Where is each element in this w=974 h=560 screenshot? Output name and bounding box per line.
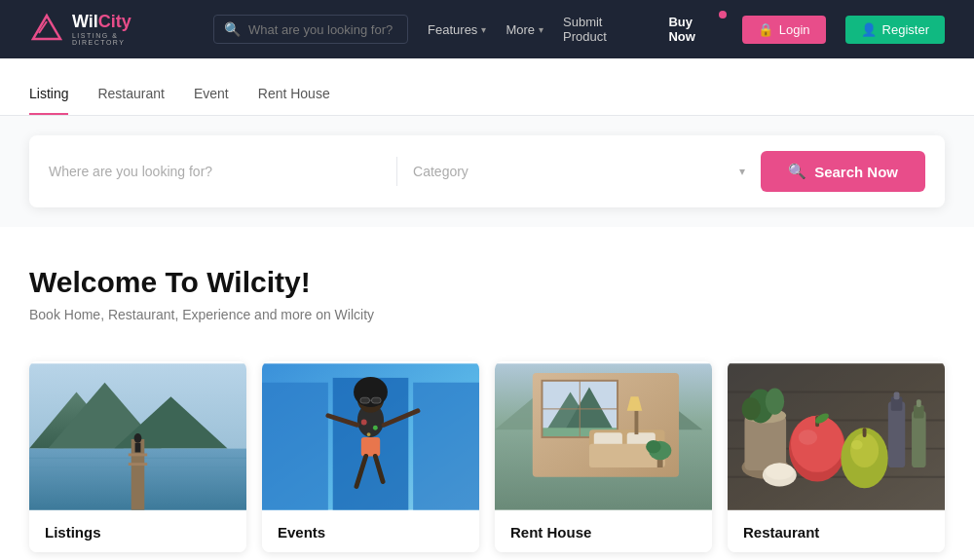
search-icon: 🔍 — [788, 163, 806, 180]
svg-rect-14 — [135, 443, 141, 453]
svg-point-65 — [850, 433, 879, 467]
listings-image — [29, 361, 246, 512]
chevron-down-icon: ▾ — [481, 24, 486, 35]
cards-grid: Listings — [0, 342, 974, 560]
svg-point-21 — [354, 377, 388, 407]
card-listings[interactable]: Listings — [29, 361, 246, 552]
svg-rect-11 — [129, 453, 147, 456]
svg-rect-70 — [894, 392, 900, 399]
restaurant-image — [728, 361, 945, 512]
svg-point-61 — [799, 429, 817, 445]
tabs: Listing Restaurant Event Rent House — [29, 78, 945, 115]
svg-rect-75 — [744, 416, 786, 470]
notification-dot — [719, 11, 727, 19]
card-renthouse[interactable]: Rent House — [495, 361, 712, 552]
buy-now-link[interactable]: Buy Now — [668, 15, 722, 44]
card-restaurant-label: Restaurant — [728, 512, 945, 552]
svg-point-66 — [851, 440, 863, 450]
category-dropdown[interactable]: Category ▾ — [413, 164, 745, 179]
card-renthouse-label: Rent House — [495, 512, 712, 552]
card-events-label: Events — [262, 512, 479, 552]
svg-rect-72 — [914, 405, 924, 419]
card-restaurant[interactable]: Restaurant — [728, 361, 945, 552]
tabs-area: Listing Restaurant Event Rent House — [0, 58, 974, 116]
hero-subtitle: Book Home, Restaurant, Experience and mo… — [29, 307, 945, 322]
svg-point-79 — [742, 397, 761, 420]
svg-rect-73 — [917, 399, 921, 407]
hero-section: Welcome To Wilcity! Book Home, Restauran… — [0, 227, 974, 342]
lock-icon: 🔒 — [758, 22, 773, 37]
logo-sub: LISTING & DIRECTORY — [72, 32, 174, 46]
search-box: Category ▾ 🔍 Search Now — [29, 135, 945, 207]
svg-point-81 — [766, 463, 794, 479]
svg-point-13 — [134, 433, 142, 443]
svg-rect-24 — [360, 397, 370, 403]
login-button[interactable]: 🔒 Login — [742, 16, 826, 44]
svg-rect-25 — [371, 397, 381, 403]
svg-rect-48 — [634, 411, 638, 434]
svg-point-29 — [367, 432, 371, 436]
navbar-search-input[interactable] — [248, 22, 394, 37]
tab-listing[interactable]: Listing — [29, 78, 68, 115]
category-label: Category — [413, 164, 468, 179]
svg-point-28 — [373, 426, 378, 430]
search-icon: 🔍 — [224, 21, 241, 37]
navbar-nav: Features ▾ More ▾ Submit Product Buy Now… — [428, 15, 945, 44]
tab-restaurant[interactable]: Restaurant — [97, 78, 164, 115]
card-events[interactable]: Events — [262, 361, 479, 552]
events-image — [262, 361, 479, 512]
register-button[interactable]: 👤 Register — [845, 16, 945, 44]
card-listings-label: Listings — [29, 512, 246, 552]
navbar-search-box[interactable]: 🔍 — [213, 15, 408, 44]
hero-title: Welcome To Wilcity! — [29, 266, 945, 299]
svg-rect-67 — [863, 428, 867, 437]
location-input[interactable] — [49, 164, 381, 179]
nav-features[interactable]: Features ▾ — [428, 22, 486, 37]
user-icon: 👤 — [861, 22, 877, 37]
nav-more[interactable]: More ▾ — [506, 22, 543, 37]
search-section: Category ▾ 🔍 Search Now — [0, 116, 974, 227]
logo-name: WilCity — [72, 13, 174, 30]
chevron-down-icon: ▾ — [739, 165, 745, 178]
navbar: WilCity LISTING & DIRECTORY 🔍 Features ▾… — [0, 0, 974, 58]
search-divider — [396, 157, 397, 186]
svg-rect-68 — [888, 401, 905, 467]
svg-point-78 — [766, 389, 784, 415]
tab-event[interactable]: Event — [194, 78, 229, 115]
svg-point-52 — [646, 440, 661, 454]
svg-rect-16 — [262, 383, 328, 510]
svg-rect-18 — [413, 383, 479, 510]
svg-rect-71 — [912, 411, 926, 467]
renthouse-image — [495, 361, 712, 512]
search-now-button[interactable]: 🔍 Search Now — [761, 151, 925, 192]
svg-rect-30 — [361, 437, 380, 456]
tab-rent-house[interactable]: Rent House — [258, 78, 330, 115]
chevron-down-icon: ▾ — [539, 24, 543, 35]
logo-icon — [29, 12, 64, 47]
svg-marker-0 — [33, 16, 60, 39]
svg-point-27 — [361, 420, 367, 426]
svg-rect-12 — [129, 463, 147, 466]
nav-submit-product[interactable]: Submit Product — [563, 15, 649, 44]
logo[interactable]: WilCity LISTING & DIRECTORY — [29, 12, 174, 47]
